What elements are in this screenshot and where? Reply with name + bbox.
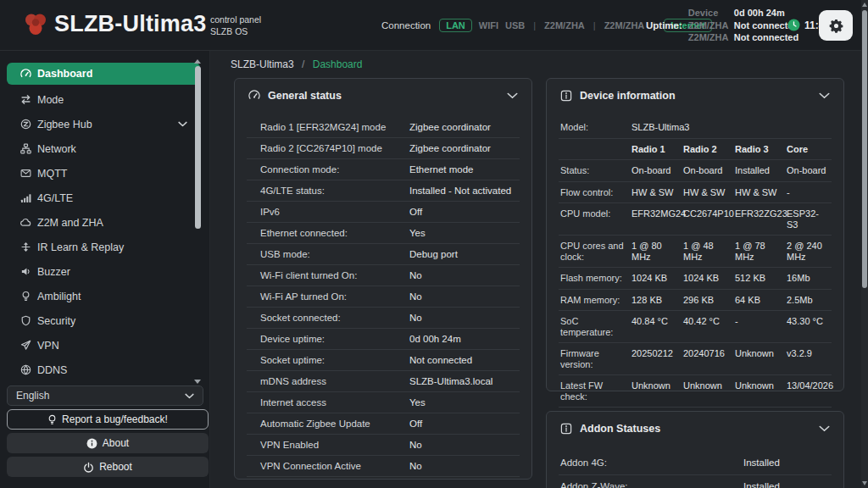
app-subtitle-line2: SLZB OS bbox=[210, 25, 261, 37]
sidebar-item[interactable]: IR Learn & Replay bbox=[0, 235, 209, 259]
breadcrumb-root[interactable]: SLZB-Ultima3 bbox=[231, 58, 294, 70]
table-cell: 1024 KB bbox=[683, 273, 735, 284]
sidebar-item[interactable]: Zigbee Hub bbox=[0, 112, 209, 136]
language-select[interactable]: English bbox=[7, 385, 203, 406]
window-scrollbar[interactable] bbox=[861, 0, 868, 488]
uptime-label: Uptime: bbox=[646, 20, 682, 30]
sidebar-item[interactable]: Security bbox=[0, 308, 209, 333]
sidebar-item-label: Security bbox=[37, 315, 75, 327]
sidebar-item[interactable]: Z2M and ZHA bbox=[0, 210, 209, 235]
status-row: USB mode: Debug port bbox=[247, 244, 520, 265]
table-cell: HW & SW bbox=[735, 187, 787, 198]
table-cell: 2 @ 240 MHz bbox=[787, 241, 832, 262]
sidebar-scroll-thumb[interactable] bbox=[195, 66, 201, 229]
table-cell: Unknown bbox=[632, 380, 683, 391]
status-row: 4G/LTE status: Installed - Not activated bbox=[247, 180, 520, 202]
model-value: SLZB-Ultima3 bbox=[632, 122, 832, 133]
table-row: SoC temperature: 40.84 °C 40.42 °C - 43.… bbox=[559, 311, 832, 343]
table-row: CPU model: EFR32MG24 CC2674P10 EFR32ZG23… bbox=[559, 203, 832, 236]
uptime-row: Z2M/ZHA Not connected bbox=[688, 20, 798, 32]
scrollbar-thumb[interactable] bbox=[862, 10, 867, 288]
main-content: SLZB-Ultima3 / Dashboard General status … bbox=[210, 51, 861, 488]
sidebar-item[interactable]: Mode bbox=[0, 87, 209, 112]
table-cell: - bbox=[787, 187, 832, 198]
table-cell: 20240716 bbox=[683, 348, 735, 359]
settings-button[interactable] bbox=[819, 10, 853, 41]
table-cell: Unknown bbox=[735, 348, 787, 359]
language-value: English bbox=[16, 390, 49, 402]
uptime-row-label: Device bbox=[688, 8, 729, 19]
status-row-value: Zigbee coordinator bbox=[409, 143, 520, 154]
signal-bars-icon bbox=[19, 192, 31, 203]
chevron-down-icon bbox=[185, 393, 194, 399]
status-row-label: mDNS address bbox=[260, 376, 409, 387]
sidebar-item[interactable]: VPN bbox=[0, 333, 209, 358]
table-cell: 43.30 °C bbox=[787, 316, 832, 327]
speedometer-icon bbox=[19, 69, 31, 80]
chevron-down-icon[interactable] bbox=[819, 425, 830, 432]
table-row-label: Flash memory: bbox=[560, 273, 632, 284]
sidebar-item[interactable]: 4G/LTE bbox=[0, 186, 209, 210]
uptime-group: Uptime: Device 0d 00h 24m Z2M/ZHA Not co… bbox=[646, 8, 798, 44]
general-status-header: General status bbox=[235, 79, 531, 110]
sidebar-item[interactable]: Buzzer bbox=[0, 259, 209, 284]
ir-cross-icon bbox=[19, 241, 31, 252]
reboot-button[interactable]: Reboot bbox=[7, 457, 209, 477]
table-row-label: Firmware version: bbox=[560, 348, 632, 369]
table-cell: Unknown bbox=[683, 380, 735, 391]
table-cell: EFR32ZG23 bbox=[735, 208, 787, 219]
status-row-label: Wi-Fi AP turned On: bbox=[260, 291, 409, 302]
sidebar-item[interactable]: MQTT bbox=[0, 161, 209, 186]
status-row-value: Yes bbox=[409, 397, 520, 408]
table-row-label: Flow control: bbox=[560, 187, 632, 198]
table-row-label: CPU model: bbox=[560, 208, 632, 219]
uptime-row-value: Not connected bbox=[734, 32, 798, 44]
connection-status-item: USB bbox=[505, 20, 525, 30]
scrollbar-up-arrow[interactable] bbox=[862, 3, 867, 7]
sidebar-scroll-down-arrow[interactable] bbox=[194, 380, 201, 384]
zigbee-icon bbox=[19, 119, 31, 130]
connection-label: Connection bbox=[381, 20, 431, 30]
device-info-title: Device information bbox=[580, 90, 676, 102]
model-row: Model: SLZB-Ultima3 bbox=[559, 117, 832, 139]
status-row-value: Not connected bbox=[409, 355, 520, 366]
sidebar-item-label: DDNS bbox=[37, 364, 67, 376]
column-header: Radio 2 bbox=[683, 144, 735, 155]
sidebar-item[interactable]: DDNS bbox=[0, 358, 209, 382]
breadcrumb: SLZB-Ultima3 / Dashboard bbox=[231, 58, 362, 70]
info-square-icon bbox=[560, 423, 572, 435]
status-row: Device uptime: 0d 00h 24m bbox=[247, 329, 520, 350]
table-row-label: SoC temperature: bbox=[560, 316, 632, 337]
sidebar-scroll-up-arrow[interactable] bbox=[194, 59, 201, 64]
scrollbar-down-arrow[interactable] bbox=[862, 481, 867, 485]
status-row-value: Zigbee coordinator bbox=[409, 122, 520, 133]
status-row-label: Socket connected: bbox=[260, 313, 409, 324]
status-row: Connection mode: Ethernet mode bbox=[247, 159, 520, 180]
sidebar-item[interactable]: Dashboard bbox=[7, 63, 200, 85]
status-row: Wi-Fi AP turned On: No bbox=[247, 286, 520, 308]
status-row: Internet access Yes bbox=[247, 392, 520, 413]
report-bug-button[interactable]: Report a bug/feedback! bbox=[7, 409, 209, 430]
info-circle-icon bbox=[86, 438, 97, 449]
table-cell: HW & SW bbox=[632, 187, 683, 198]
chevron-down-icon[interactable] bbox=[819, 92, 830, 99]
status-row-value: Debug port bbox=[409, 249, 520, 260]
status-row: Radio 2 [CC2674P10] mode Zigbee coordina… bbox=[247, 138, 520, 159]
sidebar-scrollbar[interactable] bbox=[194, 59, 201, 385]
connection-status-item: WIFI bbox=[479, 20, 498, 30]
connection-status-item: Z2M/ZHA bbox=[604, 20, 645, 30]
general-status-card: General status Radio 1 [EFR32MG24] mode … bbox=[234, 78, 532, 480]
sidebar-item-label: Z2M and ZHA bbox=[37, 217, 103, 229]
sidebar-item[interactable]: Ambilight bbox=[0, 284, 209, 308]
status-row-label: Device uptime: bbox=[260, 334, 409, 345]
paper-plane-icon bbox=[19, 340, 31, 351]
addon-row: Addon Z-Wave: Installed bbox=[559, 475, 832, 488]
table-row: Status: On-board On-board Installed On-b… bbox=[559, 160, 832, 182]
chevron-down-icon[interactable] bbox=[507, 92, 518, 99]
status-row: Ethernet connected: Yes bbox=[247, 223, 520, 244]
about-button[interactable]: About bbox=[7, 433, 209, 453]
status-row-label: USB mode: bbox=[260, 249, 409, 260]
sidebar-item[interactable]: Network bbox=[0, 136, 209, 161]
addon-row-label: Addon 4G: bbox=[560, 458, 743, 469]
network-icon bbox=[19, 143, 31, 154]
